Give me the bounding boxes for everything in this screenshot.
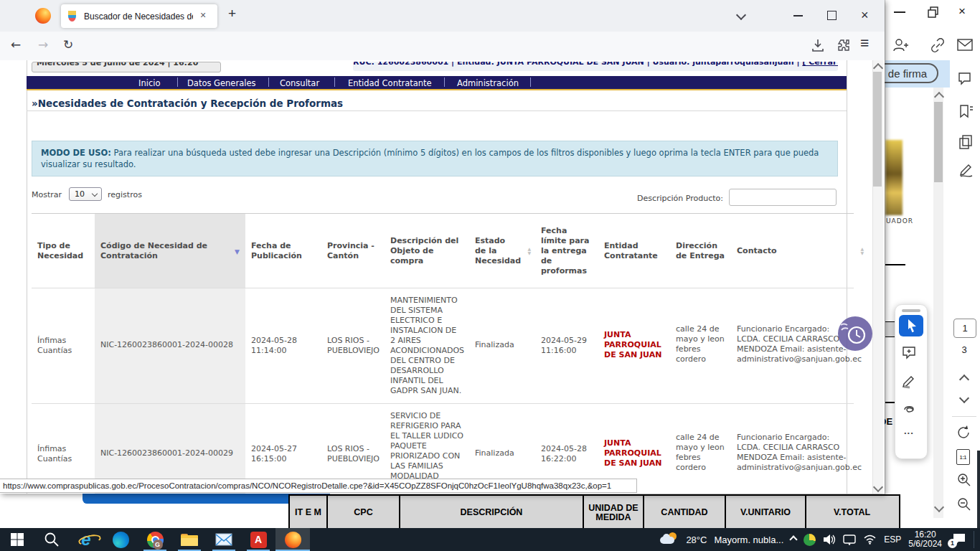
col-header-contacto[interactable]: Contacto▲▼	[731, 214, 854, 288]
window-close-button[interactable]: ×	[861, 8, 869, 23]
tab-close-icon[interactable]: ×	[200, 9, 206, 21]
pdf-detail-table-header: IT E M CPC DESCRIPCIÓN UNIDAD DE MEDIDA …	[288, 494, 900, 531]
taskbar-item-firefox-active[interactable]	[275, 528, 310, 551]
tray-temperature[interactable]: 28°C	[686, 534, 707, 545]
active-tab[interactable]: Buscador de Necesidades de Co ×	[61, 4, 217, 28]
forward-button[interactable]: →	[38, 37, 48, 52]
col-header-fecha-publicacion[interactable]: Fecha de Publicación	[245, 214, 321, 288]
taskbar-item-chrome[interactable]: G	[138, 528, 172, 551]
reload-button[interactable]: ↻	[63, 37, 73, 52]
col-header-entidad[interactable]: Entidad Contratante	[598, 214, 670, 288]
more-tools-icon[interactable]: ...	[904, 425, 914, 436]
select-tool-button[interactable]	[899, 315, 923, 336]
show-desktop-button[interactable]	[974, 531, 976, 548]
search-button[interactable]	[34, 528, 69, 551]
notification-badge: 1	[948, 539, 957, 548]
palette-drag-handle[interactable]	[902, 309, 920, 312]
signature-panel-icon[interactable]	[958, 164, 974, 178]
session-info: RUC: 1260023860001 | Entidad: JUNTA PARR…	[353, 62, 799, 67]
list-tabs-icon[interactable]	[736, 10, 746, 20]
pages-panel-icon[interactable]	[958, 135, 974, 149]
desktop: × de firma UADOR DE	[0, 0, 980, 551]
display-tray-icon[interactable]	[843, 534, 856, 545]
page-up-icon[interactable]	[959, 375, 969, 385]
page-scrollbar-thumb[interactable]	[873, 72, 882, 187]
col-header-direccion[interactable]: Dirección de Entrega	[670, 214, 731, 288]
menu-hamburger-icon[interactable]: ≡	[860, 34, 869, 52]
pdf-col-descripcion: DESCRIPCIÓN	[399, 496, 583, 529]
taskbar-item-acrobat[interactable]: A	[241, 528, 275, 551]
logout-link[interactable]: [ Cerrar Sesión ]	[802, 62, 838, 67]
extensions-puzzle-icon[interactable]	[836, 38, 850, 52]
menu-item-datos-generales[interactable]: Datos Generales	[187, 78, 255, 88]
link-icon[interactable]	[930, 38, 946, 52]
comment-panel-icon[interactable]	[958, 72, 974, 86]
background-pdf-strip: IT E M CPC DESCRIPCIÓN UNIDAD DE MEDIDA …	[0, 494, 885, 528]
menu-item-entidad-contratante[interactable]: Entidad Contratante	[348, 78, 432, 88]
cell-tipo: Ínfimas Cuantías	[32, 288, 95, 403]
col-header-descripcion[interactable]: Descripción del Objeto de compra	[385, 214, 469, 288]
window-maximize-button[interactable]	[827, 11, 837, 20]
tray-expand-icon[interactable]	[790, 535, 798, 543]
table-header-row: Tipo de Necesidad Código de Necesidad de…	[32, 213, 854, 288]
firefox-window: Buscador de Necesidades de Co × + × ← → …	[0, 0, 885, 494]
cell-fecha-publicacion: 2024-05-28 11:14:00	[245, 288, 321, 403]
start-button[interactable]	[0, 528, 34, 551]
acrobat-close-button[interactable]: ×	[958, 4, 966, 19]
cell-descripcion: MANTENIMIENTO DEL SISTEMA ELECTRICO E IN…	[385, 288, 469, 403]
add-user-icon[interactable]	[892, 37, 908, 53]
datetime-box: Miércoles 5 de Junio de 2024 | 16:20	[32, 62, 221, 72]
antivirus-tray-icon[interactable]	[804, 534, 816, 546]
col-header-fecha-limite[interactable]: Fecha límite para la entrega de proforma…	[535, 214, 598, 288]
download-icon[interactable]	[811, 38, 825, 52]
extension-timer-overlay-icon[interactable]	[838, 316, 872, 351]
window-minimize-button[interactable]	[793, 15, 803, 17]
col-header-codigo[interactable]: Código de Necesidad de Contratación▼	[95, 214, 245, 288]
chrome-profile-badge: G	[153, 540, 163, 550]
table-row[interactable]: Ínfimas Cuantías NIC-1260023860001-2024-…	[32, 288, 854, 403]
zoom-in-icon[interactable]	[956, 472, 972, 488]
volume-icon[interactable]	[823, 534, 836, 545]
clock[interactable]: 16:20 5/6/2024	[908, 530, 942, 549]
col-header-tipo[interactable]: Tipo de Necesidad	[32, 214, 95, 288]
refresh-icon[interactable]	[956, 425, 972, 441]
action-center-icon[interactable]: 1	[949, 532, 966, 547]
pdf-col-cpc: CPC	[326, 496, 399, 529]
page-number-input[interactable]: 1	[953, 319, 976, 338]
menu-item-inicio[interactable]: Inicio	[138, 78, 160, 88]
pdf-col-item: IT E M	[288, 496, 326, 529]
page-down-icon[interactable]	[959, 393, 969, 403]
firma-tools-label: de firma	[888, 67, 927, 80]
acrobat-minimize-button[interactable]	[894, 11, 905, 13]
email-share-icon[interactable]	[957, 39, 973, 52]
menu-item-administracion[interactable]: Administración	[457, 78, 519, 88]
new-tab-button[interactable]: +	[228, 6, 236, 22]
mail-icon	[215, 533, 232, 546]
draw-tool-icon[interactable]	[901, 402, 918, 418]
menu-item-consultar[interactable]: Consultar	[280, 78, 319, 88]
bookmark-panel-icon[interactable]	[958, 105, 974, 119]
tray-weather-text[interactable]: Mayorm. nubla...	[714, 534, 783, 545]
acrobat-scrollbar-thumb[interactable]	[934, 102, 943, 182]
divider	[952, 416, 976, 417]
firefox-icon	[285, 532, 301, 548]
taskbar-item-internet-explorer[interactable]: e	[69, 528, 103, 551]
taskbar: e G A	[0, 528, 980, 551]
col-header-provincia[interactable]: Provincia - Cantón	[321, 214, 385, 288]
pdf-table-line	[885, 264, 905, 265]
wifi-icon[interactable]	[863, 534, 877, 545]
acrobat-restore-button[interactable]	[927, 6, 940, 19]
pencil-tool-icon[interactable]	[901, 374, 918, 390]
back-button[interactable]: ←	[11, 37, 21, 52]
product-description-input[interactable]	[729, 189, 837, 206]
records-per-page-select[interactable]: 10	[69, 187, 102, 201]
taskbar-item-file-explorer[interactable]	[172, 528, 207, 551]
add-comment-tool-icon[interactable]	[901, 345, 918, 361]
acrobat-window: × de firma UADOR DE	[885, 0, 980, 528]
keyboard-language[interactable]: ESP	[884, 534, 901, 545]
taskbar-item-mail[interactable]	[207, 528, 241, 551]
col-header-estado[interactable]: Estado de la Necesidad▲▼	[469, 214, 535, 288]
actual-size-icon[interactable]: 1:1	[956, 449, 970, 465]
zoom-out-icon[interactable]	[956, 496, 972, 512]
taskbar-item-edge[interactable]	[103, 528, 138, 551]
